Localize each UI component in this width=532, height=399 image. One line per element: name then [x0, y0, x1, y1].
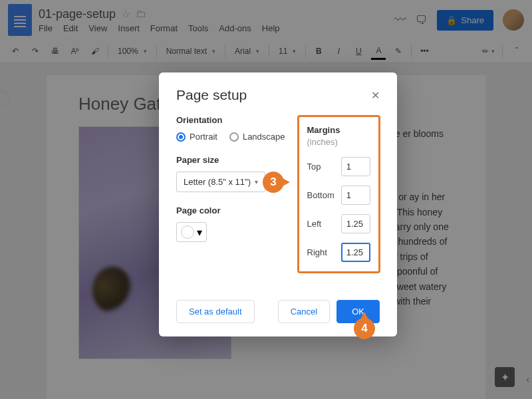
margins-unit: (inches)	[307, 137, 338, 147]
title-right: 〰 🗨 🔒 Share	[394, 9, 524, 31]
menu-edit[interactable]: Edit	[63, 23, 78, 33]
title-bar: 01-page-setup ☆ 🗀 File Edit View Insert …	[0, 0, 532, 40]
share-label: Share	[461, 15, 484, 25]
collapse-icon[interactable]: ˆ	[509, 43, 524, 60]
explore-icon: ✦	[501, 371, 509, 384]
page-setup-dialog: Page setup ✕ Orientation Portrait Landsc…	[159, 72, 397, 336]
chevron-down-icon: ▾	[197, 226, 202, 239]
separator	[411, 45, 412, 58]
margin-bottom-input[interactable]	[341, 186, 370, 205]
editing-mode-icon[interactable]: ✏	[481, 43, 495, 60]
italic-button[interactable]: I	[331, 43, 346, 60]
text-color-button[interactable]: A	[371, 43, 386, 60]
margin-bottom-label: Bottom	[307, 190, 334, 200]
set-default-button[interactable]: Set as default	[176, 300, 255, 323]
paper-size-select[interactable]: Letter (8.5" x 11") ▾	[176, 172, 265, 192]
margin-left-label: Left	[307, 219, 322, 229]
title-section: 01-page-setup ☆ 🗀 File Edit View Insert …	[39, 7, 388, 33]
paint-format-icon[interactable]: 🖌	[88, 43, 102, 60]
close-icon: ✕	[371, 90, 380, 101]
document-title[interactable]: 01-page-setup	[39, 7, 116, 21]
margins-label: Margins (inches)	[307, 125, 340, 147]
lock-icon: 🔒	[446, 15, 457, 25]
separator	[156, 45, 157, 58]
portrait-label: Portrait	[190, 132, 217, 142]
menu-file[interactable]: File	[39, 23, 53, 33]
page-color-picker[interactable]: ▾	[176, 222, 207, 242]
toolbar-right: ✏ ˆ	[481, 43, 524, 60]
margin-top-label: Top	[307, 162, 321, 172]
margins-group: Margins (inches) Top Bottom Left Right	[297, 115, 380, 273]
margin-left-input[interactable]	[341, 214, 370, 233]
color-swatch-icon	[181, 225, 194, 239]
dialog-right-column: Margins (inches) Top Bottom Left Right	[297, 115, 380, 273]
font-select[interactable]: Arial	[231, 47, 263, 56]
print-icon[interactable]: 🖶	[48, 43, 63, 60]
explore-button[interactable]: ✦	[495, 367, 515, 387]
margin-left-row: Left	[307, 214, 370, 233]
title-row: 01-page-setup ☆ 🗀	[39, 7, 388, 21]
share-button[interactable]: 🔒 Share	[437, 10, 493, 31]
separator	[225, 45, 225, 58]
menu-help[interactable]: Help	[262, 23, 280, 33]
star-icon[interactable]: ☆	[121, 8, 130, 21]
page-color-label: Page color	[176, 205, 285, 215]
menu-insert[interactable]: Insert	[118, 23, 140, 33]
separator	[502, 45, 503, 58]
margin-right-row: Right	[307, 243, 370, 262]
redo-icon[interactable]: ↷	[28, 43, 43, 60]
menu-addons[interactable]: Add-ons	[219, 23, 251, 33]
menu-tools[interactable]: Tools	[188, 23, 208, 33]
zoom-select[interactable]: 100%	[114, 47, 151, 56]
annotation-callout-3: 3	[263, 172, 284, 193]
underline-button[interactable]: U	[351, 43, 366, 60]
margin-bottom-row: Bottom	[307, 186, 370, 205]
chevron-down-icon: ▾	[255, 178, 258, 186]
landscape-radio[interactable]: Landscape	[229, 132, 285, 142]
annotation-callout-4: 4	[354, 318, 375, 339]
landscape-label: Landscape	[243, 132, 285, 142]
undo-icon[interactable]: ↶	[8, 43, 23, 60]
cancel-button[interactable]: Cancel	[278, 300, 330, 323]
radio-icon	[229, 132, 239, 142]
folder-icon[interactable]: 🗀	[136, 8, 146, 20]
paper-size-label: Paper size	[176, 155, 285, 165]
menu-bar: File Edit View Insert Format Tools Add-o…	[39, 23, 388, 33]
user-avatar[interactable]	[503, 9, 524, 31]
dialog-footer: Set as default Cancel OK	[176, 300, 380, 323]
separator	[269, 45, 269, 58]
style-select[interactable]: Normal text	[162, 47, 219, 56]
margin-top-input[interactable]	[341, 157, 370, 176]
dialog-body: Orientation Portrait Landscape Paper siz…	[176, 115, 380, 273]
close-button[interactable]: ✕	[371, 89, 380, 102]
toolbar: ↶ ↷ 🖶 Aᵇ 🖌 100% Normal text Arial 11 B I…	[0, 40, 532, 63]
highlight-button[interactable]: ✎	[391, 43, 406, 60]
font-size-select[interactable]: 11	[275, 47, 300, 56]
more-button[interactable]: •••	[417, 43, 432, 60]
margin-right-input[interactable]	[341, 243, 370, 262]
margins-text: Margins	[307, 125, 340, 135]
margin-right-label: Right	[307, 247, 327, 257]
orientation-label: Orientation	[176, 115, 285, 125]
portrait-radio[interactable]: Portrait	[176, 132, 217, 142]
dialog-left-column: Orientation Portrait Landscape Paper siz…	[176, 115, 285, 273]
side-panel-toggle[interactable]: ‹	[526, 374, 529, 384]
orientation-radios: Portrait Landscape	[176, 132, 285, 142]
bold-button[interactable]: B	[311, 43, 326, 60]
margin-top-row: Top	[307, 157, 370, 176]
menu-format[interactable]: Format	[150, 23, 178, 33]
radio-icon	[176, 132, 186, 142]
docs-logo-icon[interactable]	[8, 4, 32, 36]
menu-view[interactable]: View	[88, 23, 107, 33]
separator	[108, 45, 108, 58]
activity-icon[interactable]: 〰	[394, 13, 406, 27]
separator	[305, 45, 306, 58]
dialog-header: Page setup ✕	[176, 87, 380, 103]
spellcheck-icon[interactable]: Aᵇ	[68, 43, 82, 60]
comments-icon[interactable]: 🗨	[416, 13, 428, 27]
dialog-title: Page setup	[176, 87, 247, 103]
paper-size-value: Letter (8.5" x 11")	[184, 177, 251, 187]
